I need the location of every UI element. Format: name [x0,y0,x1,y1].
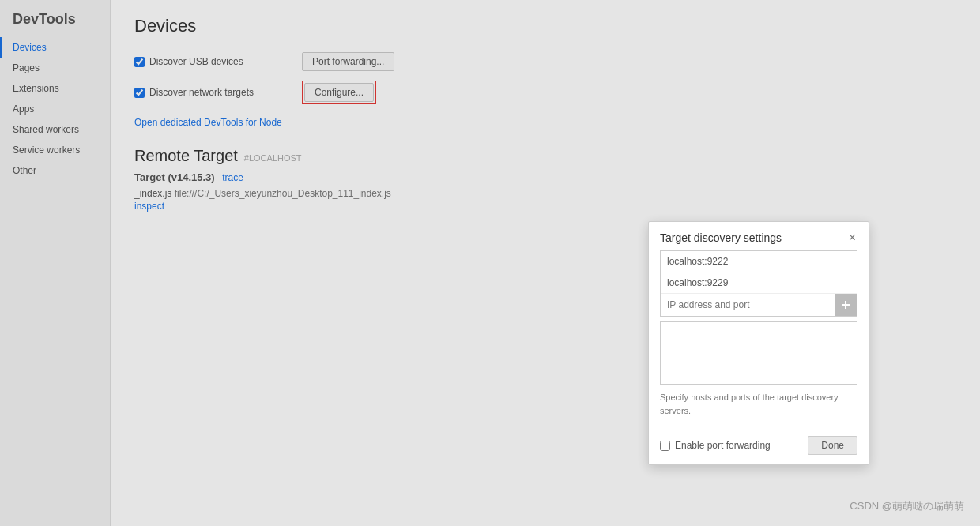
enable-port-forwarding-checkbox[interactable] [660,441,670,451]
dialog-header: Target discovery settings × [649,222,869,250]
host-input-field[interactable] [661,295,835,315]
target-discovery-dialog: Target discovery settings × localhost:92… [648,221,869,465]
dialog-description: Specify hosts and ports of the target di… [660,391,858,417]
host-list: localhost:9222localhost:9229 [660,250,858,317]
host-textarea-area [660,321,858,385]
host-item: localhost:9229 [661,272,857,293]
dialog-close-button[interactable]: × [847,231,858,244]
host-item: localhost:9222 [661,251,857,272]
host-items-container: localhost:9222localhost:9229 [661,251,857,293]
add-icon [840,299,851,310]
done-button[interactable]: Done [808,436,858,455]
enable-port-forwarding-label[interactable]: Enable port forwarding [660,440,771,451]
dialog-footer: Enable port forwarding Done [649,433,869,464]
dialog-title: Target discovery settings [660,231,782,244]
dialog-body: localhost:9222localhost:9229 Specify hos… [649,250,869,433]
host-add-button[interactable] [835,294,857,316]
host-input-row [661,293,857,316]
